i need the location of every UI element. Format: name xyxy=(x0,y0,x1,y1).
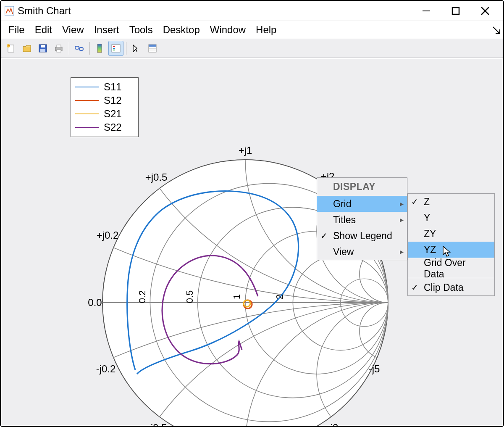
menu-file[interactable]: File xyxy=(3,22,30,37)
legend-swatch xyxy=(75,87,99,87)
legend-item-s21[interactable]: S21 xyxy=(75,107,134,121)
menu-desktop[interactable]: Desktop xyxy=(158,22,205,37)
context-menu-item-grid[interactable]: Grid ▸ xyxy=(317,196,407,212)
maximize-button[interactable] xyxy=(441,1,470,21)
context-menu-label: Grid xyxy=(333,198,351,210)
edit-plot-button[interactable] xyxy=(129,41,144,56)
svg-rect-16 xyxy=(97,44,102,53)
menu-insert[interactable]: Insert xyxy=(89,22,124,37)
submenu-label: ZY xyxy=(424,228,436,240)
menu-edit[interactable]: Edit xyxy=(30,22,57,37)
legend-label: S11 xyxy=(104,81,122,93)
context-menu-display: DISPLAY Grid ▸ Titles ▸ ✓ Show Legend Vi… xyxy=(317,177,407,260)
property-inspector-button[interactable] xyxy=(145,41,160,56)
axis-label-top: +j1 xyxy=(239,145,252,156)
check-icon: ✓ xyxy=(320,231,328,241)
menu-help[interactable]: Help xyxy=(251,22,281,37)
save-button[interactable] xyxy=(35,41,50,56)
context-menu-label: Titles xyxy=(333,214,356,226)
axis-label-left: 0.0 xyxy=(88,297,102,308)
close-button[interactable] xyxy=(470,1,500,21)
toolbar: ✶ xyxy=(1,39,503,58)
legend-label: S12 xyxy=(104,95,122,106)
legend-swatch xyxy=(75,127,99,128)
svg-rect-22 xyxy=(149,45,156,47)
colorbar-button[interactable] xyxy=(92,41,108,56)
new-figure-button[interactable]: ✶ xyxy=(3,41,18,56)
legend-swatch xyxy=(75,113,99,114)
radial-label-1: 1 xyxy=(231,294,242,299)
submenu-item-zy[interactable]: ZY xyxy=(408,226,494,242)
link-plot-button[interactable] xyxy=(72,41,87,56)
context-menu-header: DISPLAY xyxy=(317,178,407,196)
legend-item-s12[interactable]: S12 xyxy=(75,94,134,107)
legend-toggle-button[interactable] xyxy=(108,41,123,56)
axis-label-bot-left: -j0.5 xyxy=(147,422,167,427)
submenu-item-grid-over-data[interactable]: Grid Over Data xyxy=(408,261,494,277)
legend-item-s22[interactable]: S22 xyxy=(75,121,134,134)
title-bar: Smith Chart xyxy=(1,1,503,21)
svg-text:✶: ✶ xyxy=(8,44,10,48)
axis-label-bot-right: -j2 xyxy=(327,422,339,427)
context-menu-label: View xyxy=(333,246,354,258)
window-title: Smith Chart xyxy=(18,5,71,17)
svg-rect-13 xyxy=(57,50,61,52)
chevron-right-icon: ▸ xyxy=(400,247,404,256)
chevron-right-icon: ▸ xyxy=(400,199,404,208)
submenu-label: YZ xyxy=(424,244,436,256)
menu-view[interactable]: View xyxy=(57,22,89,37)
context-menu-item-view[interactable]: View ▸ xyxy=(317,244,407,260)
check-icon: ✓ xyxy=(411,282,418,293)
svg-rect-15 xyxy=(79,47,83,50)
context-menu-item-titles[interactable]: Titles ▸ xyxy=(317,212,407,228)
radial-label-02: 0.2 xyxy=(137,290,148,303)
axis-label-left-upper: +j0.2 xyxy=(97,229,119,241)
svg-rect-14 xyxy=(75,46,79,49)
submenu-item-yz[interactable]: YZ xyxy=(408,242,494,258)
context-menu-item-show-legend[interactable]: ✓ Show Legend xyxy=(317,228,407,244)
print-button[interactable] xyxy=(51,41,66,56)
check-icon: ✓ xyxy=(411,197,418,207)
svg-rect-10 xyxy=(40,49,45,52)
axis-label-top-left: +j0.5 xyxy=(145,171,168,183)
svg-rect-2 xyxy=(452,8,459,14)
submenu-label: Clip Data xyxy=(424,282,464,293)
matlab-icon xyxy=(4,6,14,16)
submenu-item-clip-data[interactable]: ✓ Clip Data xyxy=(408,279,494,295)
submenu-item-z[interactable]: ✓ Z xyxy=(408,194,494,210)
submenu-label: Z xyxy=(424,196,430,208)
minimize-button[interactable] xyxy=(412,1,441,21)
legend-swatch xyxy=(75,100,99,101)
legend[interactable]: S11 S12 S21 S22 xyxy=(71,77,139,137)
chevron-right-icon: ▸ xyxy=(400,215,404,224)
legend-item-s11[interactable]: S11 xyxy=(75,80,134,94)
submenu-label: Y xyxy=(424,212,430,224)
open-button[interactable] xyxy=(19,41,34,56)
submenu-item-y[interactable]: Y xyxy=(408,210,494,226)
menu-window[interactable]: Window xyxy=(205,22,251,37)
menu-tools[interactable]: Tools xyxy=(124,22,158,37)
submenu-label: Grid Over Data xyxy=(424,257,485,280)
dock-arrow-icon[interactable] xyxy=(492,25,501,37)
axis-label-right-lower: -j5 xyxy=(369,363,380,375)
context-menu-label: Show Legend xyxy=(333,230,392,242)
legend-label: S21 xyxy=(104,108,122,120)
menu-bar: File Edit View Insert Tools Desktop Wind… xyxy=(1,21,503,39)
radial-label-05: 0.5 xyxy=(184,290,195,303)
context-submenu-grid: ✓ Z Y ZY YZ Grid Over Data ✓ Clip Data xyxy=(407,193,495,296)
svg-rect-12 xyxy=(57,45,61,47)
radial-label-2: 2 xyxy=(274,294,285,299)
axis-label-left-lower: -j0.2 xyxy=(96,363,116,375)
svg-rect-9 xyxy=(41,45,45,47)
legend-label: S22 xyxy=(104,121,122,133)
